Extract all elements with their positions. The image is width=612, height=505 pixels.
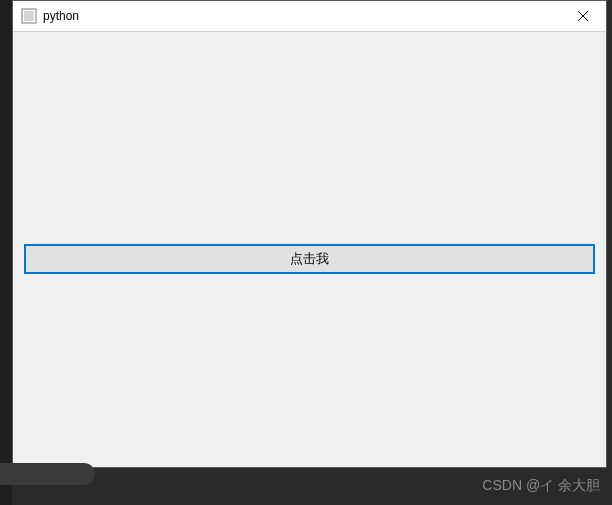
app-icon <box>21 8 37 24</box>
close-button[interactable] <box>560 1 606 32</box>
window-title: python <box>43 9 79 23</box>
application-window: python 点击我 <box>12 0 607 468</box>
close-icon <box>578 11 588 21</box>
client-area: 点击我 <box>13 32 606 467</box>
editor-gutter <box>0 0 12 505</box>
background-badge <box>0 463 95 485</box>
svg-rect-1 <box>24 11 34 21</box>
click-me-button[interactable]: 点击我 <box>24 244 595 274</box>
titlebar[interactable]: python <box>13 1 606 32</box>
watermark-text: CSDN @イ 余大胆 <box>482 477 600 495</box>
